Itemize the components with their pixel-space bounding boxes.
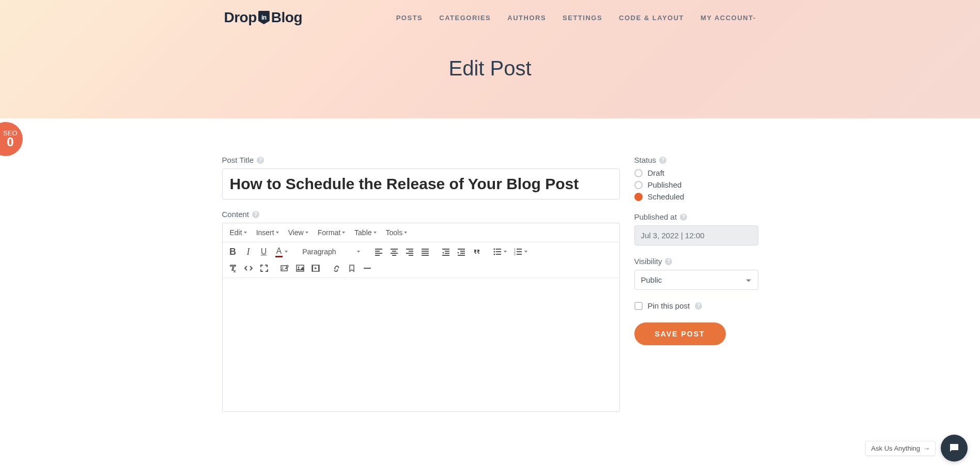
visibility-label: Visibility ? <box>634 257 758 266</box>
chevron-down-icon <box>524 251 527 253</box>
svg-rect-5 <box>496 254 501 255</box>
chevron-down-icon <box>342 232 345 234</box>
menu-table[interactable]: Table <box>350 226 380 239</box>
chevron-down-icon <box>305 232 308 234</box>
help-icon[interactable]: ? <box>695 302 702 310</box>
nav-code-layout[interactable]: CODE & LAYOUT <box>619 14 684 22</box>
post-title-label: Post Title ? <box>222 156 620 164</box>
status-radio-published[interactable]: Published <box>634 180 758 189</box>
media-browser-button[interactable] <box>277 261 292 275</box>
svg-rect-20 <box>364 268 371 269</box>
clear-format-button[interactable] <box>226 261 240 275</box>
pin-post-checkbox[interactable]: Pin this post ? <box>634 301 758 310</box>
bold-button[interactable]: B <box>226 244 240 259</box>
seo-score: 0 <box>7 135 13 149</box>
menu-edit[interactable]: Edit <box>226 226 251 239</box>
text-color-button[interactable]: A <box>272 244 291 259</box>
sidebar: Status ? Draft Published Scheduled Publi… <box>634 156 758 345</box>
chat-icon <box>948 442 960 454</box>
fullscreen-button[interactable] <box>257 261 271 275</box>
main-column: Post Title ? Content ? Edit Insert View … <box>222 156 620 412</box>
menu-tools[interactable]: Tools <box>382 226 412 239</box>
editor-content-area[interactable] <box>223 278 619 411</box>
svg-point-16 <box>298 267 299 268</box>
help-icon[interactable]: ? <box>257 157 264 164</box>
nav-authors[interactable]: AUTHORS <box>507 14 546 22</box>
svg-rect-19 <box>318 265 319 271</box>
svg-rect-18 <box>312 265 313 271</box>
rich-text-editor: Edit Insert View Format Table Tools B I … <box>222 223 620 412</box>
hero-header: Drop in Blog POSTS CATEGORIES AUTHORS SE… <box>0 0 980 118</box>
editor-toolbar: B I U A Paragraph <box>223 242 619 278</box>
chevron-down-icon <box>285 251 288 253</box>
svg-rect-3 <box>496 251 501 252</box>
chevron-down-icon <box>276 232 279 234</box>
bookmark-button[interactable] <box>345 261 359 275</box>
outdent-button[interactable] <box>439 244 453 259</box>
logo-part2: Blog <box>271 9 302 26</box>
svg-point-2 <box>493 251 495 253</box>
radio-icon <box>634 181 643 189</box>
content-area: Post Title ? Content ? Edit Insert View … <box>222 118 758 412</box>
svg-rect-7 <box>517 249 522 250</box>
insert-image-button[interactable] <box>293 261 307 275</box>
bullet-list-button[interactable] <box>490 244 510 259</box>
chat-prompt[interactable]: Ask Us Anything → <box>865 441 936 456</box>
help-icon[interactable]: ? <box>659 157 666 164</box>
svg-point-0 <box>493 249 495 250</box>
align-justify-button[interactable] <box>418 244 432 259</box>
nav-links: POSTS CATEGORIES AUTHORS SETTINGS CODE &… <box>396 14 756 22</box>
insert-video-button[interactable] <box>308 261 323 275</box>
logo[interactable]: Drop in Blog <box>224 9 303 26</box>
horizontal-rule-button[interactable] <box>360 261 375 275</box>
blockquote-button[interactable] <box>470 244 484 259</box>
nav-posts[interactable]: POSTS <box>396 14 423 22</box>
link-button[interactable] <box>329 261 344 275</box>
chevron-down-icon <box>404 232 407 234</box>
paragraph-format-select[interactable]: Paragraph <box>297 245 365 258</box>
chevron-down-icon <box>504 251 507 253</box>
align-center-button[interactable] <box>387 244 401 259</box>
align-left-button[interactable] <box>371 244 386 259</box>
chat-widget: Ask Us Anything → <box>865 435 968 462</box>
nav-settings[interactable]: SETTINGS <box>563 14 602 22</box>
italic-button[interactable]: I <box>241 244 256 259</box>
help-icon[interactable]: ? <box>252 211 259 218</box>
radio-icon-checked <box>634 193 643 201</box>
menu-insert[interactable]: Insert <box>252 226 283 239</box>
chevron-down-icon <box>244 232 247 234</box>
menu-format[interactable]: Format <box>314 226 349 239</box>
svg-rect-11 <box>517 254 522 255</box>
save-post-button[interactable]: SAVE POST <box>634 323 726 345</box>
nav-my-account[interactable]: MY ACCOUNT- <box>701 14 756 22</box>
status-label: Status ? <box>634 156 758 164</box>
svg-rect-1 <box>496 249 501 250</box>
status-radio-scheduled[interactable]: Scheduled <box>634 192 758 201</box>
visibility-select[interactable]: Public <box>634 270 758 290</box>
nav-categories[interactable]: CATEGORIES <box>439 14 491 22</box>
logo-shield-icon: in <box>258 11 270 24</box>
menu-view[interactable]: View <box>284 226 313 239</box>
radio-icon <box>634 169 643 177</box>
underline-button[interactable]: U <box>257 244 271 259</box>
published-at-input[interactable]: Jul 3, 2022 | 12:00 <box>634 225 758 245</box>
chevron-down-icon <box>374 232 377 234</box>
checkbox-icon <box>634 302 643 310</box>
post-title-input[interactable] <box>222 168 620 199</box>
source-code-button[interactable] <box>241 261 256 275</box>
help-icon[interactable]: ? <box>680 213 687 221</box>
chevron-down-icon <box>357 251 360 253</box>
svg-point-13 <box>282 267 283 268</box>
help-icon[interactable]: ? <box>665 258 672 265</box>
align-right-button[interactable] <box>402 244 417 259</box>
svg-rect-9 <box>517 251 522 252</box>
indent-button[interactable] <box>454 244 469 259</box>
top-nav: Drop in Blog POSTS CATEGORIES AUTHORS SE… <box>0 9 980 26</box>
chat-launcher-button[interactable] <box>941 435 968 462</box>
published-at-label: Published at ? <box>634 212 758 221</box>
seo-score-badge[interactable]: SEO 0 <box>0 122 23 156</box>
logo-part1: Drop <box>224 9 257 26</box>
numbered-list-button[interactable]: 123 <box>511 244 531 259</box>
editor-menubar: Edit Insert View Format Table Tools <box>223 223 619 242</box>
status-radio-draft[interactable]: Draft <box>634 168 758 177</box>
